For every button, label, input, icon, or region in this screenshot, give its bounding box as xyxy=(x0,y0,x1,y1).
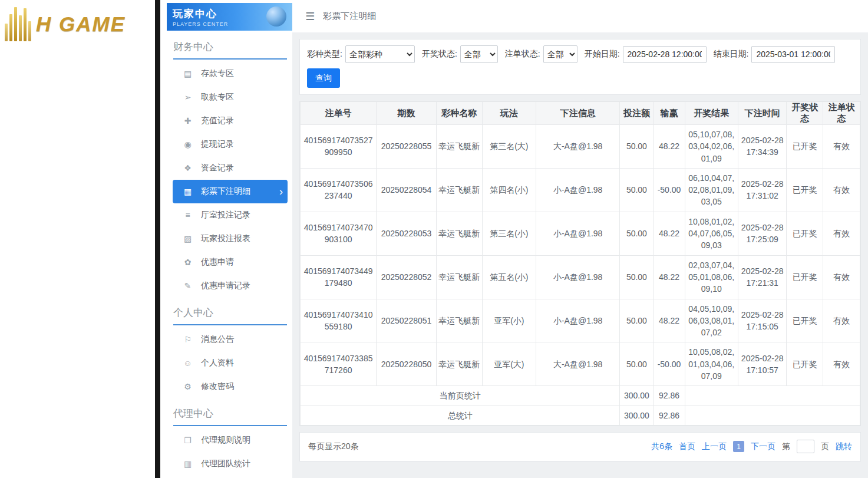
table-row: 40156917407347090310020250228053幸运飞艇新第三名… xyxy=(301,212,860,255)
sidebar-item-hall-bet-records[interactable]: ≡厅室投注记录 xyxy=(173,203,288,227)
jump-link[interactable]: 跳转 xyxy=(836,441,852,452)
summary-empty-cell xyxy=(685,406,860,425)
sidebar-item-promo-apply[interactable]: ✿优惠申请 xyxy=(173,250,288,274)
order-status-select[interactable]: 全部 xyxy=(543,45,577,63)
prev-page-link[interactable]: 上一页 xyxy=(702,441,727,452)
sidebar-item-promo-apply-records[interactable]: ✎优惠申请记录 xyxy=(173,274,288,298)
page-size-text: 每页显示20条 xyxy=(308,441,359,452)
table-cell: 401569174073470903100 xyxy=(301,212,377,255)
start-date-group: 开始日期: xyxy=(585,46,707,63)
ball-graphic xyxy=(266,6,286,27)
table-cell: 20250228055 xyxy=(377,125,437,169)
table-cell: 2025-02-28 17:31:02 xyxy=(738,168,787,212)
sidebar-item-agent-rules[interactable]: ❐代理规则说明 xyxy=(173,428,288,452)
table-cell: 大-A盘@1.98 xyxy=(536,342,620,386)
draw-status-select[interactable]: 全部 xyxy=(460,45,498,63)
column-header: 开奖状态 xyxy=(787,102,823,125)
sidebar-item-label: 代理团队统计 xyxy=(201,459,250,469)
filter-row: 彩种类型: 全部彩种 开奖状态: 全部 注单状态: 全部 开始日期: xyxy=(307,45,853,63)
table-row: 40156917407341055918020250228051幸运飞艇新亚军(… xyxy=(301,299,860,342)
lottery-type-select[interactable]: 全部彩种 xyxy=(345,45,415,63)
table-row: 40156917407352790995020250228055幸运飞艇新第三名… xyxy=(301,125,860,169)
withdraw-zone-icon: ➢ xyxy=(183,93,193,102)
change-password-icon: ⚙ xyxy=(183,382,193,391)
table-cell: 小-A盘@1.98 xyxy=(536,168,620,212)
chevron-right-icon: › xyxy=(279,186,283,197)
table-cell: 已开奖 xyxy=(787,255,823,299)
lottery-type-label: 彩种类型: xyxy=(307,49,342,60)
topbar: ☰ 彩票下注明细 xyxy=(292,0,868,32)
pagination: 共6条 首页 上一页 1 下一页 第 页 跳转 xyxy=(651,440,852,453)
table-cell: 10,05,08,02,01,03,04,06,07,09 xyxy=(685,342,738,386)
table-cell: 50.00 xyxy=(620,212,654,255)
next-page-link[interactable]: 下一页 xyxy=(751,441,775,452)
draw-status-label: 开奖状态: xyxy=(422,49,457,60)
sidebar-item-profile[interactable]: ☺个人资料 xyxy=(173,351,288,375)
table-cell: 401569174073506237440 xyxy=(301,168,377,212)
table-cell: 有效 xyxy=(823,255,860,299)
table-cell: 小-A盘@1.98 xyxy=(536,255,620,299)
page-jump-input[interactable] xyxy=(797,440,814,453)
table-cell: 401569174073449179480 xyxy=(301,255,377,299)
table-cell: 48.22 xyxy=(654,299,685,342)
sidebar-header: 玩家中心 PLAYERS CENTER xyxy=(167,3,292,31)
sidebar-item-funds-records[interactable]: ❖资金记录 xyxy=(173,156,288,180)
table-cell: 第三名(小) xyxy=(482,212,536,255)
section-title-finance: 财务中心 xyxy=(173,32,287,60)
agent-rules-icon: ❐ xyxy=(183,436,193,445)
draw-status-group: 开奖状态: 全部 xyxy=(422,45,498,63)
lottery-type-group: 彩种类型: 全部彩种 xyxy=(307,45,415,63)
menu-toggle-icon[interactable]: ☰ xyxy=(305,10,315,23)
table-row: 40156917407344917948020250228052幸运飞艇新第五名… xyxy=(301,255,860,299)
sidebar-item-withdraw-zone[interactable]: ➢取款专区 xyxy=(173,85,288,109)
table-cell: 已开奖 xyxy=(787,299,823,342)
table-cell: 48.22 xyxy=(654,125,685,169)
table-cell: 20250228051 xyxy=(377,299,437,342)
promo-apply-records-icon: ✎ xyxy=(183,281,193,291)
sidebar-item-lottery-bet-details[interactable]: ▦彩票下注明细› xyxy=(173,180,288,203)
agent-team-stats-icon: ▥ xyxy=(183,459,193,469)
sidebar-item-cashout-records[interactable]: ◉提现记录 xyxy=(173,133,288,156)
first-page-link[interactable]: 首页 xyxy=(679,441,695,452)
start-date-input[interactable] xyxy=(623,46,707,63)
column-header: 下注信息 xyxy=(536,102,620,125)
table-cell: 第三名(大) xyxy=(482,125,536,169)
table-cell: 小-A盘@1.98 xyxy=(536,299,620,342)
sidebar-item-deposit-zone[interactable]: ▤存款专区 xyxy=(173,62,288,85)
sidebar-item-change-password[interactable]: ⚙修改密码 xyxy=(173,375,288,398)
sidebar-item-player-bet-report[interactable]: ▨玩家投注报表 xyxy=(173,227,288,250)
end-date-label: 结束日期: xyxy=(714,49,749,60)
column-header: 彩种名称 xyxy=(436,102,482,125)
table-cell: 02,03,07,04,05,01,08,06,09,10 xyxy=(685,255,738,299)
sidebar-item-label: 优惠申请记录 xyxy=(201,281,250,291)
table-cell: 20250228053 xyxy=(377,212,437,255)
filter-panel: 彩种类型: 全部彩种 开奖状态: 全部 注单状态: 全部 开始日期: xyxy=(299,39,861,95)
sidebar-item-agent-team-stats[interactable]: ▥代理团队统计 xyxy=(173,452,288,476)
sidebar-nav: 财务中心▤存款专区➢取款专区✚充值记录◉提现记录❖资金记录▦彩票下注明细›≡厅室… xyxy=(160,32,292,476)
table-cell: 已开奖 xyxy=(787,125,823,169)
content: 彩种类型: 全部彩种 开奖状态: 全部 注单状态: 全部 开始日期: xyxy=(292,32,868,468)
sidebar-item-announcements[interactable]: ⚐消息公告 xyxy=(173,328,288,351)
table-cell: 有效 xyxy=(823,299,860,342)
table-cell: 第四名(小) xyxy=(482,168,536,212)
promo-apply-icon: ✿ xyxy=(183,258,193,267)
lottery-bet-details-icon: ▦ xyxy=(183,187,193,196)
sidebar-item-label: 个人资料 xyxy=(201,358,234,368)
page-word-before: 第 xyxy=(782,441,790,452)
table-cell: 2025-02-28 17:15:05 xyxy=(738,299,787,342)
search-button[interactable]: 查询 xyxy=(307,68,340,88)
page-title: 彩票下注明细 xyxy=(323,11,376,22)
end-date-input[interactable] xyxy=(751,46,835,63)
vertical-divider xyxy=(155,0,160,478)
table-cell: 401569174073527909950 xyxy=(301,125,377,169)
table-cell: 50.00 xyxy=(620,299,654,342)
table-cell: 2025-02-28 17:34:39 xyxy=(738,125,787,169)
sidebar-item-label: 玩家投注报表 xyxy=(201,233,250,244)
sidebar-item-recharge-records[interactable]: ✚充值记录 xyxy=(173,109,288,133)
bets-table-card: 注单号期数彩种名称玩法下注信息投注额输赢开奖结果下注时间开奖状态注单状态 401… xyxy=(299,101,861,426)
sidebar-item-label: 代理规则说明 xyxy=(201,435,250,446)
table-cell: 401569174073410559180 xyxy=(301,299,377,342)
current-page[interactable]: 1 xyxy=(733,441,744,452)
sidebar-item-label: 彩票下注明细 xyxy=(201,186,250,197)
table-cell: 有效 xyxy=(823,125,860,169)
